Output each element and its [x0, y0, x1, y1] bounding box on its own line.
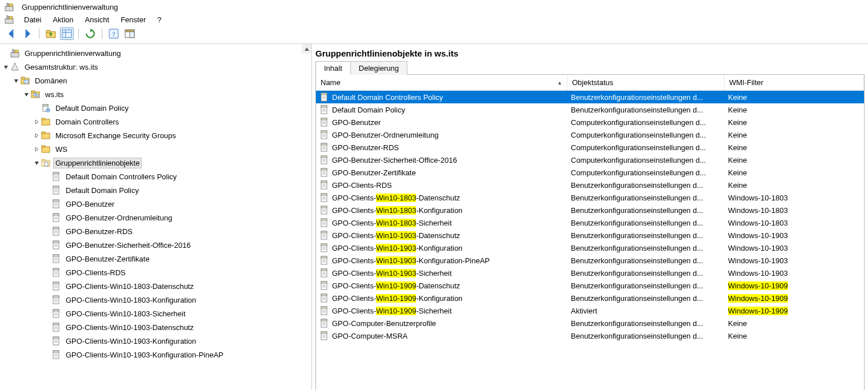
tree-node[interactable]: Gruppenrichtlinienobjekte	[0, 156, 311, 170]
column-status[interactable]: Objektstatus	[567, 75, 725, 90]
window-title: Gruppenrichtlinienverwaltung	[22, 3, 118, 11]
up-button[interactable]	[44, 27, 58, 40]
list-row[interactable]: GPO-BenutzerComputerkonfigurationseinste…	[316, 116, 864, 128]
expander-icon[interactable]	[33, 132, 40, 139]
tree-node[interactable]: Gruppenrichtlinienverwaltung	[0, 46, 311, 60]
tree-node-label[interactable]: GPO-Clients-RDS	[64, 268, 127, 278]
expander-icon[interactable]	[13, 77, 19, 84]
tree-node-label[interactable]: GPO-Clients-Win10-1803-Sicherheit	[64, 309, 187, 319]
gpo-link-icon	[41, 103, 50, 112]
list-row[interactable]: GPO-Clients-Win10-1909-DatenschutzBenutz…	[316, 279, 864, 292]
tree-node[interactable]: Default Domain Policy	[0, 183, 311, 197]
column-wmi[interactable]: WMI-Filter	[725, 75, 864, 90]
tree-node-label[interactable]: GPO-Benutzer-Sicherheit-Office-2016	[64, 240, 193, 250]
list-row[interactable]: GPO-Clients-Win10-1909-KonfigurationBenu…	[316, 292, 864, 304]
list-row[interactable]: GPO-Computer-MSRABenutzerkonfigurationse…	[316, 329, 864, 342]
tab-delegierung[interactable]: Delegierung	[350, 61, 407, 75]
expander-icon[interactable]	[23, 91, 30, 98]
tree-node-label[interactable]: Domain Controllers	[54, 117, 121, 127]
gpo-icon	[51, 350, 61, 359]
tree-node[interactable]: Default Domain Policy	[0, 101, 311, 115]
list-row[interactable]: GPO-Clients-Win10-1803-KonfigurationBenu…	[316, 204, 864, 216]
column-name[interactable]: Name ▲	[316, 75, 567, 90]
tree-node[interactable]: ws.its	[0, 87, 311, 101]
back-button[interactable]	[5, 27, 18, 40]
expander-icon[interactable]	[33, 118, 40, 125]
list-row[interactable]: GPO-Clients-Win10-1903-SicherheitBenutze…	[316, 267, 864, 279]
show-pane-button[interactable]	[123, 27, 137, 40]
forward-button[interactable]	[21, 27, 34, 40]
tree-node[interactable]: GPO-Benutzer	[0, 197, 311, 211]
tree-node-label[interactable]: GPO-Clients-Win10-1803-Konfiguration	[64, 295, 198, 305]
row-status: Benutzerkonfigurationseinstellungen d...	[567, 294, 725, 303]
tree-node-label[interactable]: GPO-Benutzer-Zertifikate	[64, 254, 151, 264]
tree-node[interactable]: GPO-Benutzer-Zertifikate	[0, 252, 311, 266]
tree-node[interactable]: GPO-Clients-Win10-1803-Datenschutz	[0, 279, 311, 293]
tree-node-label[interactable]: Microsoft Exchange Security Groups	[54, 131, 178, 140]
tree-node-label[interactable]: GPO-Clients-Win10-1903-Konfiguration	[64, 336, 198, 346]
scrollbar-up-icon[interactable]	[302, 44, 311, 54]
list-row[interactable]: GPO-Benutzer-Sicherheit-Office-2016Compu…	[316, 154, 864, 166]
expander-icon[interactable]	[33, 146, 40, 152]
list-row[interactable]: GPO-Computer-BenutzerprofileBenutzerkonf…	[316, 317, 864, 329]
tree-node-label[interactable]: Domänen	[33, 76, 69, 86]
tree-node[interactable]: Microsoft Exchange Security Groups	[0, 128, 311, 142]
tree-node-label[interactable]: GPO-Clients-Win10-1903-Datenschutz	[64, 323, 195, 332]
row-wmi: Keine	[725, 118, 864, 127]
tree-node-label[interactable]: GPO-Benutzer-Ordnerumleitung	[64, 213, 174, 223]
tree-node[interactable]: Domänen	[0, 74, 311, 87]
tree-node-label[interactable]: GPO-Benutzer	[64, 199, 116, 209]
menu-item[interactable]: Ansicht	[79, 14, 115, 25]
tree-node[interactable]: GPO-Clients-Win10-1903-Konfiguration	[0, 334, 311, 348]
list-body[interactable]: Default Domain Controllers PolicyBenutze…	[316, 91, 864, 390]
list-row[interactable]: GPO-Clients-Win10-1903-Konfiguration-Pin…	[316, 254, 864, 267]
list-row[interactable]: GPO-Clients-RDSBenutzerkonfigurationsein…	[316, 179, 864, 191]
menu-item[interactable]: ?	[151, 14, 167, 25]
tree-node[interactable]: GPO-Clients-Win10-1903-Konfiguration-Pin…	[0, 348, 311, 361]
list-row[interactable]: GPO-Clients-Win10-1803-DatenschutzBenutz…	[316, 191, 864, 204]
expander-icon[interactable]	[33, 159, 40, 166]
refresh-button[interactable]	[83, 27, 97, 40]
tree-node-label[interactable]: Default Domain Policy	[64, 186, 141, 195]
row-wmi: Keine	[725, 332, 864, 340]
tree-node-label[interactable]: Default Domain Controllers Policy	[64, 172, 178, 182]
tree-node-label[interactable]: WS	[54, 144, 69, 154]
menu-item[interactable]: Fenster	[115, 14, 151, 25]
tree-node[interactable]: GPO-Clients-Win10-1803-Sicherheit	[0, 307, 311, 320]
tree-node[interactable]: GPO-Clients-Win10-1903-Datenschutz	[0, 320, 311, 334]
tree-node[interactable]: GPO-Benutzer-Sicherheit-Office-2016	[0, 238, 311, 252]
tree-node-label[interactable]: Default Domain Policy	[54, 103, 130, 113]
list-row[interactable]: GPO-Clients-Win10-1803-SicherheitBenutze…	[316, 216, 864, 229]
tree-node[interactable]: Domain Controllers	[0, 115, 311, 128]
tree-node[interactable]: WS	[0, 142, 311, 156]
list-row[interactable]: GPO-Benutzer-ZertifikateComputerkonfigur…	[316, 166, 864, 179]
tree-node-label[interactable]: GPO-Clients-Win10-1803-Datenschutz	[64, 282, 195, 291]
tree-node-label[interactable]: GPO-Clients-Win10-1903-Konfiguration-Pin…	[64, 350, 225, 360]
tree-node[interactable]: Default Domain Controllers Policy	[0, 170, 311, 183]
list-row[interactable]: GPO-Clients-Win10-1903-DatenschutzBenutz…	[316, 229, 864, 242]
tree-node[interactable]: GPO-Clients-Win10-1803-Konfiguration	[0, 293, 311, 307]
tree-node-label[interactable]: Gesamtstruktur: ws.its	[23, 62, 100, 72]
list-row[interactable]: Default Domain Controllers PolicyBenutze…	[316, 91, 864, 103]
list-row[interactable]: GPO-Benutzer-RDSComputerkonfigurationsei…	[316, 141, 864, 154]
row-status: Aktiviert	[567, 307, 725, 315]
tree-node[interactable]: GPO-Benutzer-Ordnerumleitung	[0, 211, 311, 224]
properties-button[interactable]	[60, 27, 74, 40]
list-row[interactable]: GPO-Clients-Win10-1909-SicherheitAktivie…	[316, 304, 864, 317]
tree-node-label[interactable]: Gruppenrichtlinienobjekte	[54, 158, 141, 168]
tree-scroll[interactable]: GruppenrichtlinienverwaltungGesamtstrukt…	[0, 44, 311, 390]
tree-node[interactable]: GPO-Clients-RDS	[0, 266, 311, 279]
help-button[interactable]	[107, 27, 121, 40]
list-row[interactable]: GPO-Benutzer-OrdnerumleitungComputerkonf…	[316, 128, 864, 141]
tree-node[interactable]: Gesamtstruktur: ws.its	[0, 60, 311, 74]
tree-node[interactable]: GPO-Benutzer-RDS	[0, 224, 311, 238]
tab-inhalt[interactable]: Inhalt	[315, 61, 351, 75]
list-row[interactable]: Default Domain PolicyBenutzerkonfigurati…	[316, 103, 864, 116]
tree-node-label[interactable]: ws.its	[43, 90, 66, 99]
menu-item[interactable]: Datei	[18, 14, 47, 25]
tree-node-label[interactable]: GPO-Benutzer-RDS	[64, 227, 134, 236]
tree-node-label[interactable]: Gruppenrichtlinienverwaltung	[23, 49, 122, 58]
menu-item[interactable]: Aktion	[47, 14, 79, 25]
list-row[interactable]: GPO-Clients-Win10-1903-KonfigurationBenu…	[316, 242, 864, 254]
expander-icon[interactable]	[2, 63, 9, 70]
